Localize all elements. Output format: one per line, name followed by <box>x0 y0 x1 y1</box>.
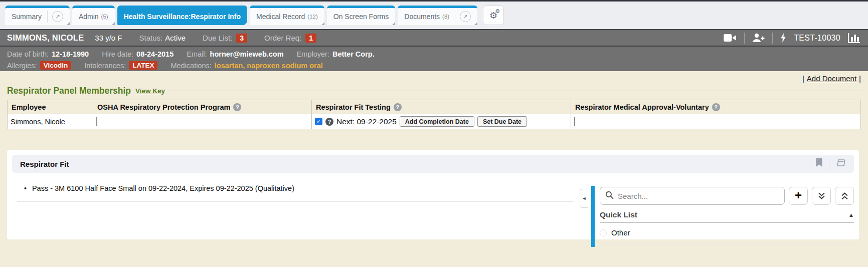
video-camera-icon[interactable] <box>724 34 737 42</box>
row-separator <box>17 201 574 202</box>
bookmark-icon[interactable] <box>815 158 823 169</box>
table-row: Simmons, Nicole ✓ ? Next: 09-22-2025 Add… <box>8 114 861 129</box>
medications-label: Medications: <box>170 62 211 70</box>
employee-cell: Simmons, Nicole <box>8 114 93 129</box>
fit-result-text: Pass - 3M 6100 Half Face Small on 09-22-… <box>32 184 294 194</box>
section-rule <box>170 91 861 91</box>
intolerance-badge[interactable]: LATEX <box>129 61 157 70</box>
divider <box>744 33 745 44</box>
due-list-count-badge[interactable]: 3 <box>236 34 247 43</box>
divider <box>772 33 773 44</box>
search-box[interactable] <box>600 187 785 205</box>
medical-approval-cell <box>571 114 861 129</box>
bullet-icon: • <box>24 184 27 193</box>
list-item: • Pass - 3M 6100 Half Face Small on 09-2… <box>12 184 559 194</box>
patient-header-bar: SIMMONS, NICOLE 33 y/o F Status: Active … <box>0 29 868 46</box>
order-req-label: Order Req: <box>264 34 301 42</box>
quick-list-title: Quick List <box>600 210 637 219</box>
tab-label: Documents <box>404 13 440 21</box>
main-content: |Add Document| Respirator Panel Membersh… <box>0 71 868 267</box>
help-icon[interactable]: ? <box>712 103 720 111</box>
lightning-bolt-icon[interactable] <box>780 33 786 43</box>
section-title: Respirator Panel Membership <box>7 86 131 96</box>
column-header-fit-testing: Respirator Fit Testing? <box>312 100 571 114</box>
search-input[interactable] <box>618 192 779 200</box>
quick-list-item[interactable]: Other <box>600 228 854 243</box>
help-icon[interactable]: ? <box>394 103 402 111</box>
tab-on-screen-forms[interactable]: On Screen Forms <box>327 6 395 25</box>
tab-label: Medical Record <box>256 13 305 21</box>
triangle-up-icon[interactable]: ▲ <box>848 212 854 218</box>
respirator-panel-table: Employee OSHA Respiratory Protection Pro… <box>7 100 861 129</box>
hire-date-label: Hire date: <box>102 50 133 58</box>
tab-admin[interactable]: Admin (5) <box>72 6 115 25</box>
allergy-badge[interactable]: Vicodin <box>40 61 72 70</box>
status-label: Status: <box>139 34 163 42</box>
dob-value: 12-18-1990 <box>52 50 89 58</box>
dob-label: Date of birth: <box>7 50 49 58</box>
card-header: Respirator Fit <box>12 155 854 173</box>
view-key-link[interactable]: View Key <box>135 87 165 95</box>
tab-separator <box>47 11 48 23</box>
osha-checkbox[interactable] <box>96 117 97 126</box>
tab-label: Health Surveillance:Respirator Info <box>124 13 241 21</box>
column-header-osha: OSHA Respiratory Protection Program? <box>93 100 312 114</box>
chart-tab-bar: Summary ↗ Admin (5) Health Surveillance:… <box>0 2 868 29</box>
tab-count: (12) <box>307 14 317 20</box>
tab-count: (5) <box>101 14 108 20</box>
status-value: Active <box>165 34 186 42</box>
panel-accent-bar <box>591 186 595 247</box>
quick-list-item-label: Other <box>611 228 630 237</box>
quick-list-panel: ◄ + <box>580 184 854 245</box>
settings-button[interactable]: ⚙ ⚙ <box>483 6 504 25</box>
patient-id: TEST-10030 <box>794 34 840 43</box>
add-completion-date-button[interactable]: Add Completion Date <box>400 116 474 127</box>
search-icon <box>605 191 614 201</box>
search-row: + <box>600 187 854 205</box>
email-label: Email: <box>187 50 207 58</box>
add-document-link[interactable]: Add Document <box>807 74 856 83</box>
card-body: • Pass - 3M 6100 Half Face Small on 09-2… <box>12 184 854 245</box>
add-entry-button[interactable]: + <box>789 187 808 205</box>
due-list-label: Due List: <box>203 34 232 42</box>
collapse-all-button[interactable] <box>835 187 854 205</box>
approval-checkbox[interactable] <box>574 117 575 126</box>
tab-documents[interactable]: Documents (8) ↗ <box>398 6 477 25</box>
quick-list-header[interactable]: Quick List ▲ <box>600 210 854 222</box>
add-document-row: |Add Document| <box>7 71 861 83</box>
help-icon[interactable]: ? <box>325 118 333 126</box>
tab-health-surveillance-respirator-info[interactable]: Health Surveillance:Respirator Info <box>117 6 247 25</box>
double-chevron-up-icon <box>841 192 848 200</box>
patient-name: SIMMONS, NICOLE <box>7 33 84 43</box>
help-icon[interactable]: ? <box>233 103 241 111</box>
pipe: | <box>802 74 804 83</box>
tab-label: Admin <box>79 13 99 21</box>
medications-value: losartan, naproxen sodium oral <box>215 62 323 70</box>
fit-testing-cell: ✓ ? Next: 09-22-2025 Add Completion Date… <box>312 114 571 129</box>
tab-summary[interactable]: Summary ↗ <box>5 6 70 25</box>
popout-icon[interactable]: ↗ <box>52 11 63 22</box>
app-window: Summary ↗ Admin (5) Health Surveillance:… <box>0 0 868 267</box>
expand-all-button[interactable] <box>812 187 831 205</box>
fit-checkbox[interactable]: ✓ <box>315 118 322 125</box>
osha-cell <box>93 114 312 129</box>
fit-next-text: Next: 09-22-2025 <box>336 117 397 126</box>
employee-link[interactable]: Simmons, Nicole <box>11 118 65 126</box>
double-chevron-down-icon <box>818 192 825 200</box>
order-req-count-badge[interactable]: 1 <box>305 34 316 43</box>
divider <box>829 158 829 170</box>
tab-label: On Screen Forms <box>333 13 389 21</box>
book-icon[interactable] <box>835 159 846 169</box>
gear-small-icon: ⚙ <box>495 9 500 14</box>
collapse-panel-button[interactable]: ◄ <box>580 189 588 208</box>
tab-medical-record[interactable]: Medical Record (12) <box>250 6 324 25</box>
employer-label: Employer: <box>297 50 329 58</box>
set-due-date-button[interactable]: Set Due Date <box>477 116 527 127</box>
section-header: Respirator Panel Membership View Key <box>7 84 861 97</box>
popout-icon[interactable]: ↗ <box>460 11 471 22</box>
bar-chart-icon[interactable] <box>848 33 861 43</box>
add-person-icon[interactable] <box>752 33 765 43</box>
radio-button[interactable] <box>600 229 607 236</box>
pipe: | <box>859 74 861 83</box>
tab-label: Summary <box>12 13 42 21</box>
